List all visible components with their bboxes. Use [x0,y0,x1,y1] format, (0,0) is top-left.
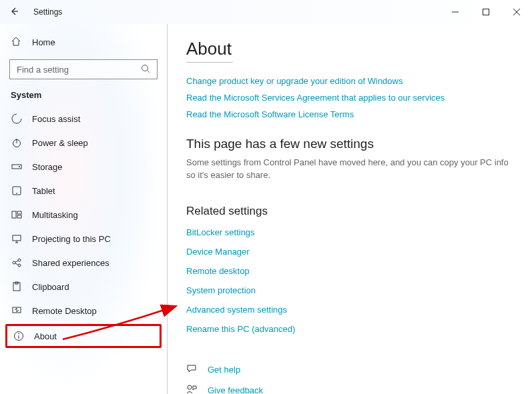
sidebar-item-home[interactable]: Home [0,31,167,54]
sidebar-item-label: Storage [32,162,63,172]
svg-point-27 [188,385,192,389]
sidebar-item-label: Focus assist [32,114,80,124]
sidebar-item-about[interactable]: About [5,324,162,348]
maximize-button[interactable] [471,0,501,24]
storage-icon [11,161,23,172]
back-button[interactable] [9,7,21,18]
subheading-related: Related settings [186,205,513,218]
sidebar-item-label: About [34,331,57,341]
sidebar-item-label: Power & sleep [32,138,88,148]
search-icon [141,64,150,75]
clipboard-icon [11,281,23,292]
give-feedback[interactable]: Give feedback [186,384,513,394]
svg-point-18 [18,264,21,267]
sidebar-item-label: Tablet [32,186,55,196]
svg-point-26 [18,333,19,335]
link-services-agreement[interactable]: Read the Microsoft Services Agreement th… [186,93,513,103]
svg-rect-13 [17,211,21,214]
sidebar-item-label: Clipboard [32,282,69,292]
nav-list: Focus assist Power & sleep Storage Table… [0,107,167,387]
sidebar-item-focus-assist[interactable]: Focus assist [0,107,167,131]
sidebar-item-tablet[interactable]: Tablet [0,179,167,203]
svg-line-20 [15,263,18,265]
close-button[interactable] [501,0,532,24]
new-settings-body: Some settings from Control Panel have mo… [186,157,513,182]
link-system-protection[interactable]: System protection [186,285,513,295]
minimize-button[interactable] [440,0,471,24]
svg-rect-1 [483,9,489,15]
multitasking-icon [11,209,23,220]
get-help[interactable]: Get help [186,363,513,376]
titlebar: Settings [0,0,532,24]
sidebar-item-label: Projecting to this PC [32,234,111,244]
give-feedback-label: Give feedback [208,385,263,394]
content-panel: About Change product key or upgrade your… [167,24,532,394]
link-device-manager[interactable]: Device Manager [186,247,513,257]
svg-line-19 [15,261,18,262]
search-placeholder: Find a setting [17,65,141,75]
svg-point-4 [142,65,148,71]
feedback-icon [186,384,198,394]
section-heading: System [0,86,167,103]
projecting-icon [11,233,23,244]
sidebar-item-label: Multitasking [32,210,78,220]
svg-rect-15 [13,235,21,241]
link-advanced-system-settings[interactable]: Advanced system settings [186,305,513,315]
svg-line-5 [148,70,150,73]
home-label: Home [32,37,55,47]
link-remote-desktop[interactable]: Remote desktop [186,266,513,276]
window-title: Settings [33,7,62,17]
sidebar-item-power-sleep[interactable]: Power & sleep [0,131,167,155]
power-icon [11,137,23,148]
link-bitlocker[interactable]: BitLocker settings [186,227,513,237]
about-icon [13,331,25,341]
subheading-new-settings: This page has a few new settings [186,137,513,151]
sidebar-item-remote-desktop[interactable]: Remote Desktop [0,299,167,323]
link-rename-pc[interactable]: Rename this PC (advanced) [186,324,513,334]
help-icon [186,363,198,376]
sidebar-item-clipboard[interactable]: Clipboard [0,275,167,299]
sidebar-item-multitasking[interactable]: Multitasking [0,203,167,227]
link-product-key[interactable]: Change product key or upgrade your editi… [186,76,513,86]
svg-point-9 [19,166,20,167]
sidebar-item-label: Shared experiences [32,258,109,268]
sidebar-item-shared[interactable]: Shared experiences [0,251,167,275]
svg-rect-14 [17,215,21,218]
svg-point-16 [13,261,15,264]
get-help-label: Get help [208,365,240,375]
svg-rect-12 [12,211,16,218]
search-input[interactable]: Find a setting [9,59,158,79]
remote-icon [11,305,23,316]
link-license-terms[interactable]: Read the Microsoft Software License Term… [186,109,513,119]
sidebar: Home Find a setting System Focus assist … [0,24,167,394]
sidebar-item-label: Remote Desktop [32,306,97,316]
sidebar-item-projecting[interactable]: Projecting to this PC [0,227,167,251]
tablet-icon [11,185,23,196]
svg-point-17 [18,259,21,261]
title-rule [186,62,233,63]
home-icon [11,36,21,49]
page-title: About [186,39,513,59]
sidebar-item-storage[interactable]: Storage [0,155,167,179]
shared-icon [11,257,23,268]
focus-icon [11,113,23,124]
